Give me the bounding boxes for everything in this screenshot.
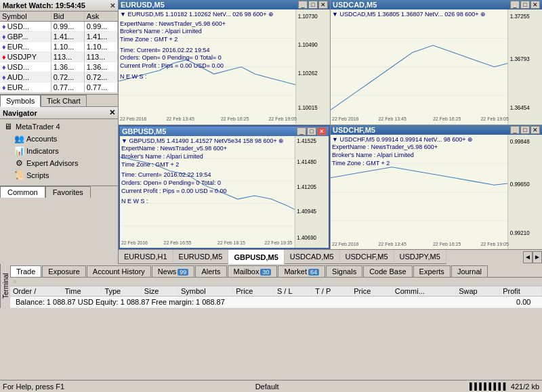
chart-usdchf-title: USDCHF,M5 [333, 126, 375, 134]
chart-tab-eurusd-m5[interactable]: EURUSD,M5 [173, 250, 229, 264]
market-watch-row[interactable]: ♦USD... 1.36... 1.36... [0, 62, 118, 72]
orders-col-commi...[interactable]: Commi... [392, 286, 455, 297]
chart-eurusd-close[interactable]: ✕ [318, 1, 328, 9]
nav-item-scripts[interactable]: 📜 Scripts [0, 169, 118, 181]
chart-usdcad-minimize[interactable]: _ [510, 1, 520, 9]
orders-col-type[interactable]: Type [102, 286, 141, 297]
chart-gbpusd-body[interactable]: ▼ GBPUSD,M5 1.41490 1.41527 NetV5e34 158… [120, 136, 329, 248]
chart-usdcad-m5: USDCAD,M5 _ □ ✕ ▼ USDCAD,M5 1.36805 1.36… [331, 0, 542, 125]
market-watch-close-button[interactable]: ✕ [110, 2, 115, 9]
chart-gbpusd-close[interactable]: ✕ [317, 127, 327, 135]
navigator-title-text: Navigator [3, 109, 37, 117]
market-watch-row[interactable]: ♦USD... 0.99... 0.99... [0, 22, 118, 32]
chart-tab-usdchf-m5[interactable]: USDCHF,M5 [340, 250, 394, 264]
svg-text:1.10015: 1.10015 [298, 105, 318, 111]
market-watch-row[interactable]: ♦EUR... 1.10... 1.10... [0, 42, 118, 52]
mw-ask: 1.10... [84, 42, 117, 52]
chart-tabs-next[interactable]: ► [533, 251, 542, 263]
orders-col-t---p[interactable]: T / P [312, 286, 351, 297]
nav-tab-favorites[interactable]: Favorites [45, 186, 91, 198]
market-watch-row[interactable]: ♦GBP... 1.41... 1.41... [0, 32, 118, 42]
chart-usdcad-body[interactable]: ▼ USDCAD,M5 1.36805 1.36807 NetV... 026 … [331, 9, 542, 125]
terminal-tab-journal[interactable]: Journal [451, 265, 488, 277]
chart-tab-gbpusd-m5[interactable]: GBPUSD,M5 [228, 250, 284, 264]
terminal-tab-mailbox[interactable]: Mailbox30 [228, 265, 278, 277]
terminal-tab-market[interactable]: Market64 [278, 265, 325, 277]
mw-col-symbol: Symbol [0, 12, 51, 22]
market-watch-tabs: Symbols Tick Chart [0, 94, 118, 106]
orders-col-time[interactable]: Time [62, 286, 102, 297]
nav-item-icon: ⚙ [14, 158, 24, 169]
chart-usdchf-close[interactable]: ✕ [530, 126, 540, 134]
svg-text:22 Feb 13:45: 22 Feb 13:45 [166, 116, 194, 122]
navigator-tree: 🖥 MetaTrader 4 👥 Accounts 📊 Indicators ⚙… [0, 119, 118, 183]
svg-text:1.36793: 1.36793 [510, 56, 530, 62]
nav-item-label: Scripts [26, 171, 49, 179]
terminal-tab-exposure[interactable]: Exposure [42, 265, 85, 277]
nav-item-accounts[interactable]: 👥 Accounts [0, 133, 118, 145]
market-watch-row[interactable]: ♦AUD... 0.72... 0.72... [0, 72, 118, 83]
terminal-tabs: TradeExposureAccount HistoryNews99Alerts… [10, 264, 542, 278]
navigator-panel: Navigator ✕ 🖥 MetaTrader 4 👥 Accounts 📊 … [0, 107, 119, 264]
chart-usdcad-maximize[interactable]: □ [520, 1, 530, 9]
svg-text:22 Feb 16:25: 22 Feb 16:25 [433, 241, 461, 247]
mw-symbol: ♦EUR... [0, 42, 51, 52]
svg-text:22 Feb 19:35: 22 Feb 19:35 [265, 240, 293, 246]
chart-eurusd-minimize[interactable]: _ [298, 1, 308, 9]
orders-col-price[interactable]: Price [351, 286, 392, 297]
chart-usdchf-minimize[interactable]: _ [510, 126, 520, 134]
tab-symbols[interactable]: Symbols [0, 95, 41, 107]
terminal-tab-account-history[interactable]: Account History [87, 265, 151, 277]
mw-symbol: ♦USD... [0, 62, 51, 72]
terminal-tab-code-base[interactable]: Code Base [363, 265, 412, 277]
navigator-close-button[interactable]: ✕ [109, 108, 115, 117]
chart-eurusd-body[interactable]: ▼ EURUSD,M5 1.10182 1.10262 NetV... 026 … [119, 9, 330, 125]
market-watch-row[interactable]: ♦USDJPY 113... 113... [0, 52, 118, 62]
svg-text:1.41525: 1.41525 [297, 138, 316, 144]
mw-bid: 0.77... [51, 83, 84, 93]
chart-usdcad-svg: 1.37255 1.36793 1.36454 22 Feb 2016 22 F… [331, 9, 542, 125]
terminal-tab-signals[interactable]: Signals [326, 265, 362, 277]
chart-gbpusd-maximize[interactable]: □ [307, 127, 316, 135]
chart-tab-usdjpy-m5[interactable]: USDJPY,M5 [394, 250, 446, 264]
orders-col-size[interactable]: Size [141, 286, 178, 297]
chart-usdchf-maximize[interactable]: □ [520, 126, 530, 134]
nav-item-metatrader-4[interactable]: 🖥 MetaTrader 4 [0, 121, 118, 133]
svg-text:1.36454: 1.36454 [510, 105, 530, 111]
chart-usdcad-title: USDCAD,M5 [333, 1, 377, 9]
chart-tab-eurusd-h1[interactable]: EURUSD,H1 [119, 250, 173, 264]
nav-item-label: Expert Advisors [26, 159, 78, 167]
orders-col-swap[interactable]: Swap [456, 286, 500, 297]
nav-item-indicators[interactable]: 📊 Indicators [0, 145, 118, 157]
mw-symbol: ♦USDJPY [0, 52, 51, 62]
chart-gbpusd-minimize[interactable]: _ [297, 127, 306, 135]
orders-col-s---l[interactable]: S / L [274, 286, 312, 297]
market-watch-panel: Market Watch: 19:54:45 ✕ Symbol Bid Ask … [0, 0, 119, 107]
chart-tab-usdcad-m5[interactable]: USDCAD,M5 [285, 250, 340, 264]
chart-eurusd-maximize[interactable]: □ [308, 1, 318, 9]
terminal-tab-trade[interactable]: Trade [10, 265, 41, 277]
orders-col-order--[interactable]: Order / [10, 286, 62, 297]
tab-tick-chart[interactable]: Tick Chart [41, 95, 87, 106]
mw-ask: 0.72... [84, 72, 117, 83]
terminal-tab-alerts[interactable]: Alerts [195, 265, 226, 277]
chart-usdchf-m5: USDCHF,M5 _ □ ✕ ▼ USDCHF,M5 0.99914 0.99… [331, 125, 542, 250]
nav-tab-common[interactable]: Common [0, 186, 45, 198]
chart-usdchf-body[interactable]: ▼ USDCHF,M5 0.99914 0.99914 NetV... 98 6… [331, 135, 542, 250]
chart-tabs-prev[interactable]: ◄ [523, 251, 533, 263]
mw-col-bid: Bid [51, 12, 84, 22]
orders-col-price[interactable]: Price [233, 286, 274, 297]
svg-text:1.37255: 1.37255 [510, 14, 530, 20]
market-watch-row[interactable]: ♦EUR... 0.77... 0.77... [0, 83, 118, 93]
svg-text:22 Feb 16:25: 22 Feb 16:25 [221, 116, 249, 122]
terminal-tab-experts[interactable]: Experts [413, 265, 451, 277]
svg-text:1.10262: 1.10262 [298, 70, 318, 77]
chart-usdcad-close[interactable]: ✕ [530, 1, 540, 9]
nav-item-expert-advisors[interactable]: ⚙ Expert Advisors [0, 157, 118, 169]
svg-text:0.99848: 0.99848 [510, 138, 530, 144]
svg-text:0.99650: 0.99650 [510, 181, 530, 188]
orders-col-symbol[interactable]: Symbol [178, 286, 232, 297]
terminal-tab-news[interactable]: News99 [152, 265, 195, 277]
svg-text:0.99210: 0.99210 [510, 230, 530, 236]
orders-col-profit[interactable]: Profit [500, 286, 542, 297]
